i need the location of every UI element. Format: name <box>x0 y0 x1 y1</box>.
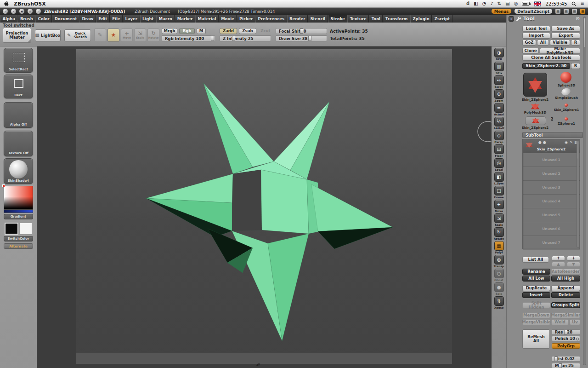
color-picker[interactable]: Gradient <box>4 186 33 220</box>
res-slider[interactable]: Res 128 <box>552 329 580 335</box>
autoreorder-button[interactable]: AutoReorder <box>551 269 580 275</box>
rgb-intensity-handle[interactable] <box>211 36 214 41</box>
clone-button[interactable]: Clone <box>522 48 539 54</box>
subtool-row-unused[interactable]: Unused 5 <box>523 208 580 222</box>
menu-item-brush[interactable]: Brush <box>17 15 35 23</box>
menubar-clock[interactable]: 22:59:45 <box>545 1 567 6</box>
subtool-section-header[interactable]: SubTool <box>522 132 583 138</box>
goz-visible-button[interactable]: Visible <box>550 40 570 46</box>
switchcolor-strip[interactable]: SwitchColor <box>4 236 33 242</box>
material-selector-button[interactable]: SkinShade4 <box>4 158 33 184</box>
subtool-up-button[interactable]: ↑ <box>552 256 565 261</box>
append-button[interactable]: Append <box>551 285 580 291</box>
mergevisible-button[interactable]: MergeVisible <box>522 319 550 325</box>
all-low-button[interactable]: All Low <box>522 276 550 282</box>
layout-icon-3[interactable]: ▦ <box>572 9 577 14</box>
ghost-button[interactable]: ○Ghost <box>492 269 506 282</box>
mac-app-name[interactable]: ZBrushOSX <box>14 1 46 7</box>
menu-item-macro[interactable]: Macro <box>156 15 175 23</box>
current-tool-r-button[interactable]: R <box>571 63 580 69</box>
battery-icon[interactable] <box>522 2 530 6</box>
star-model[interactable] <box>37 46 492 368</box>
projection-master-button[interactable]: Projection Master <box>3 28 31 43</box>
sphere3d-thumbnail[interactable] <box>560 72 571 83</box>
save-as-button[interactable]: Save As <box>551 26 580 32</box>
hue-strip[interactable] <box>4 210 33 213</box>
skin-zsphere2-thumbnail[interactable] <box>525 116 546 125</box>
draw-mode-button[interactable]: ★ <box>107 29 119 42</box>
menu-item-edit[interactable]: Edit <box>96 15 110 23</box>
time-machine-icon[interactable]: ◔ <box>482 1 486 6</box>
default-zscript-button[interactable]: DefaultZScript <box>514 9 552 14</box>
bpr-button[interactable]: ◑BPR <box>492 48 506 61</box>
main-color-swatch[interactable] <box>5 223 18 235</box>
menu-item-tool[interactable]: Tool <box>369 15 383 23</box>
display-icon[interactable]: ◧ <box>474 1 478 6</box>
draw-size-slider[interactable]: Draw Size 38 <box>276 35 327 41</box>
zadd-button[interactable]: Zadd <box>220 28 237 34</box>
apple-menu-icon[interactable] <box>4 1 9 7</box>
subtool-row-unused[interactable]: Unused 7 <box>523 236 580 250</box>
delete-button[interactable]: Delete <box>551 292 580 298</box>
mean-handle[interactable] <box>559 363 562 368</box>
document-canvas[interactable]: ▴▾ <box>37 46 492 368</box>
menu-item-render[interactable]: Render <box>287 15 308 23</box>
polish-toggle-icon[interactable] <box>576 338 579 340</box>
clone-all-subtools-button[interactable]: Clone All SubTools <box>522 55 580 61</box>
menu-item-stencil[interactable]: Stencil <box>308 15 328 23</box>
load-tool-button[interactable]: Load Tool <box>522 26 550 32</box>
weld-button[interactable]: Weld <box>551 319 569 325</box>
menu-item-movie[interactable]: Movie <box>219 15 237 23</box>
duplicate-button[interactable]: Duplicate <box>522 285 550 291</box>
titlebar-dot-icon[interactable]: ◦ <box>36 9 41 14</box>
focal-shift-handle[interactable] <box>300 29 303 34</box>
color-gradient-swatch[interactable] <box>4 186 33 210</box>
dist-slider[interactable]: Dist 0.02 <box>552 356 580 362</box>
subtool-list-scrollbar[interactable] <box>577 140 579 248</box>
solo-button[interactable]: ●Solo <box>492 282 506 295</box>
polygrp-button[interactable]: PolyGrp <box>552 343 580 349</box>
transp-button[interactable]: ◍Transp <box>492 255 506 268</box>
remesh-all-button[interactable]: ReMesh All <box>522 329 550 349</box>
frame-button[interactable]: □Frame <box>492 186 506 199</box>
subtool-to-top-button[interactable]: ▲ <box>552 262 565 267</box>
airport-wifi-icon[interactable]: ▤ <box>505 1 509 6</box>
focal-shift-slider[interactable]: Focal Shift 0 <box>276 28 327 34</box>
titlebar-nav-back-icon[interactable]: ‹ <box>3 9 8 14</box>
polyframe-button[interactable]: ▦Polyf <box>492 241 506 254</box>
titlebar-record-ic[interactable]: ▪ <box>19 9 24 14</box>
menu-item-picker[interactable]: Picker <box>237 15 255 23</box>
zoom-button[interactable]: ⊕Zoom <box>492 89 506 102</box>
menu-item-alpha[interactable]: Alpha <box>0 15 17 23</box>
titlebar-nav-forward-icon[interactable]: › <box>11 9 16 14</box>
floor-button[interactable]: ▤Floor <box>492 144 506 157</box>
uv-button[interactable]: Uv <box>570 319 580 325</box>
scale-nav-button[interactable]: ⇲Scale <box>492 213 506 226</box>
menu-item-material[interactable]: Material <box>195 15 219 23</box>
eye-visibility-icon[interactable]: ◉ <box>565 140 568 144</box>
tool-panel-scrollbar[interactable] <box>583 17 586 365</box>
lsym-button[interactable]: ◧L.Sym <box>492 172 506 185</box>
subtool-to-bottom-button[interactable]: ▼ <box>567 262 580 267</box>
canvas-scroll-arrows[interactable]: ▴▾ <box>256 362 260 367</box>
alternate-button[interactable]: Alternate <box>4 243 33 249</box>
draw-size-handle[interactable] <box>308 36 311 41</box>
subtool-row-unused[interactable]: Unused 2 <box>523 167 580 181</box>
subtool-scroll-thumb[interactable] <box>577 141 578 159</box>
layout-icon-2[interactable]: ▦ <box>564 9 569 14</box>
actual-button[interactable]: ≡Actual <box>492 103 506 116</box>
scale-mode-button[interactable]: ⇲ Scale <box>134 29 146 42</box>
zsub-button[interactable]: Zsub <box>239 28 256 34</box>
stroke-rect-button[interactable]: Rect <box>4 75 33 98</box>
xpose-button[interactable]: ⇅Xpose <box>492 296 506 309</box>
zcut-button[interactable]: Zcut <box>258 28 273 34</box>
zsphere1-thumbnail[interactable] <box>565 117 568 121</box>
menu-item-zscript[interactable]: Zscript <box>432 15 452 23</box>
edit-mode-button[interactable]: ✎ <box>94 29 106 42</box>
m-button[interactable]: M <box>197 28 206 34</box>
texture-selector-button[interactable]: Texture Off <box>4 131 33 156</box>
subtool-row-unused[interactable]: Unused 1 <box>523 153 580 167</box>
skin-zsphere1-thumbnail[interactable] <box>565 104 568 107</box>
panel-collapse-icon[interactable]: « <box>509 16 514 22</box>
menu-item-texture[interactable]: Texture <box>347 15 369 23</box>
